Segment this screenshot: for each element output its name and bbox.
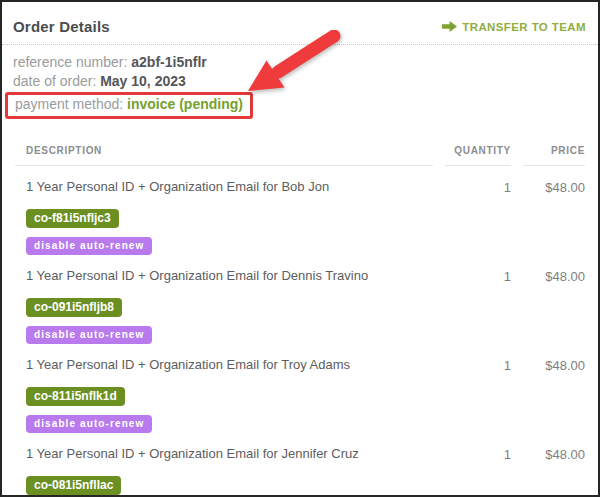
column-header-price: PRICE: [523, 145, 585, 166]
disable-auto-renew-button[interactable]: disable auto-renew: [26, 326, 152, 344]
column-header-quantity: QUANTITY: [445, 145, 511, 166]
red-highlight-box: payment method: invoice (pending): [5, 92, 253, 119]
disable-auto-renew-button[interactable]: disable auto-renew: [26, 237, 152, 255]
item-description: 1 Year Personal ID + Organization Email …: [26, 268, 433, 284]
order-items-table: DESCRIPTION QUANTITY PRICE 1 Year Person…: [2, 129, 598, 497]
item-quantity: 1: [445, 446, 511, 497]
item-price: $48.00: [523, 179, 585, 255]
item-price: $48.00: [523, 268, 585, 344]
table-header-row: DESCRIPTION QUANTITY PRICE: [15, 129, 585, 166]
subscription-code-badge: co-811i5nflk1d: [26, 387, 125, 406]
payment-method-label: payment method:: [15, 96, 123, 112]
column-header-description: DESCRIPTION: [15, 145, 433, 166]
table-row: 1 Year Personal ID + Organization Email …: [15, 166, 585, 255]
reference-number-line: reference number: a2bf-1i5nflr: [13, 53, 586, 72]
reference-number-value: a2bf-1i5nflr: [131, 54, 206, 70]
transfer-to-team-label: TRANSFER TO TEAM: [462, 21, 586, 33]
item-description: 1 Year Personal ID + Organization Email …: [26, 446, 433, 462]
order-date-line: date of order: May 10, 2023: [13, 72, 586, 91]
table-row: 1 Year Personal ID + Organization Email …: [15, 433, 585, 497]
page-title: Order Details: [13, 18, 110, 35]
reference-number-label: reference number:: [13, 54, 127, 70]
item-description: 1 Year Personal ID + Organization Email …: [26, 179, 433, 195]
disable-auto-renew-button[interactable]: disable auto-renew: [26, 415, 152, 433]
item-price: $48.00: [523, 446, 585, 497]
subscription-code-badge: co-f81i5nfljc3: [26, 209, 119, 228]
item-description: 1 Year Personal ID + Organization Email …: [26, 357, 433, 373]
right-arrow-icon: [442, 21, 457, 32]
table-row: 1 Year Personal ID + Organization Email …: [15, 255, 585, 344]
panel-header: Order Details TRANSFER TO TEAM: [2, 2, 598, 45]
item-quantity: 1: [445, 357, 511, 433]
payment-method-line: payment method: invoice (pending): [13, 91, 586, 119]
order-date-value: May 10, 2023: [100, 73, 186, 89]
item-price: $48.00: [523, 357, 585, 433]
item-quantity: 1: [445, 268, 511, 344]
subscription-code-badge: co-091i5nfljb8: [26, 298, 122, 317]
subscription-code-badge: co-081i5nfllac: [26, 476, 121, 495]
item-quantity: 1: [445, 179, 511, 255]
table-row: 1 Year Personal ID + Organization Email …: [15, 344, 585, 433]
transfer-to-team-link[interactable]: TRANSFER TO TEAM: [442, 21, 586, 33]
payment-method-value: invoice (pending): [127, 96, 243, 112]
order-details-panel: Order Details TRANSFER TO TEAM reference…: [0, 0, 600, 497]
order-date-label: date of order:: [13, 73, 96, 89]
order-meta: reference number: a2bf-1i5nflr date of o…: [2, 45, 598, 129]
